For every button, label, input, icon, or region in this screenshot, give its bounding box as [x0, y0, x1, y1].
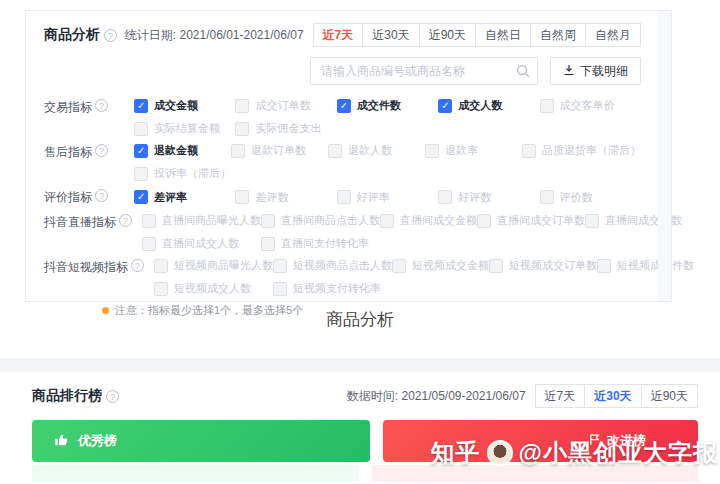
metric-checkbox-成交人数[interactable]: 成交人数: [438, 98, 539, 113]
range-button-近7天[interactable]: 近7天: [535, 384, 586, 408]
metric-label: 短视频成交订单数: [509, 258, 597, 273]
checked-checkbox-icon: [134, 99, 148, 113]
metric-checkbox-短视频商品点击人数[interactable]: 短视频商品点击人数: [273, 258, 392, 273]
metric-label: 短视频成交金额: [412, 258, 489, 273]
panel-title: 商品分析: [44, 26, 100, 44]
metric-checkbox-退款订单数[interactable]: 退款订单数: [231, 143, 328, 158]
metric-label: 直播间商品点击人数: [281, 213, 380, 228]
unchecked-checkbox-icon: [392, 259, 406, 273]
metric-label: 退款率: [445, 143, 478, 158]
metric-label: 短视频商品曝光人数: [174, 258, 273, 273]
data-time: 数据时间: 2021/05/09-2021/06/07: [347, 388, 526, 405]
panel-header-right: 统计日期: 2021/06/01-2021/06/07 近7天近30天近90天自…: [125, 23, 641, 47]
unchecked-checkbox-icon: [154, 282, 168, 296]
metric-checkbox-直播间成交订单数[interactable]: 直播间成交订单数: [477, 213, 585, 228]
metric-label: 差评数: [255, 190, 288, 205]
metric-checkbox-短视频成交件数[interactable]: 短视频成交件数: [597, 258, 694, 273]
metric-checkbox-直播间商品点击人数[interactable]: 直播间商品点击人数: [261, 213, 380, 228]
metric-label: 短视频支付转化率: [293, 281, 381, 296]
range-button-自然日[interactable]: 自然日: [475, 23, 531, 47]
metric-checkbox-差评率[interactable]: 差评率: [134, 190, 235, 205]
info-icon[interactable]: [106, 390, 119, 403]
info-icon[interactable]: [131, 259, 144, 272]
metric-checkbox-短视频支付转化率[interactable]: 短视频支付转化率: [273, 281, 392, 296]
metric-checkbox-短视频成交人数[interactable]: 短视频成交人数: [154, 281, 273, 296]
info-icon[interactable]: [119, 214, 132, 227]
metric-label: 直播间支付转化率: [281, 236, 369, 251]
download-details-button[interactable]: 下载明细: [550, 57, 641, 85]
info-icon[interactable]: [95, 189, 108, 202]
metric-checkbox-退款金额[interactable]: 退款金额: [134, 143, 231, 158]
metric-label: 短视频商品点击人数: [293, 258, 392, 273]
metric-checkbox-直播间成交金额[interactable]: 直播间成交金额: [380, 213, 477, 228]
thumbs-up-icon: [54, 432, 70, 451]
range-button-近7天[interactable]: 近7天: [313, 23, 364, 47]
unchecked-checkbox-icon: [522, 144, 536, 158]
watermark-handle: @小黑创业大字报: [519, 437, 718, 469]
download-label: 下载明细: [580, 63, 628, 80]
data-time-value: 2021/05/09-2021/06/07: [401, 389, 525, 403]
product-search-input[interactable]: [310, 57, 538, 85]
metric-label: 成交件数: [357, 98, 401, 113]
metric-checkbox-评价数[interactable]: 评价数: [540, 190, 641, 205]
unchecked-checkbox-icon: [380, 214, 394, 228]
metric-checkbox-品质退货率（滞后）[interactable]: 品质退货率（滞后）: [522, 143, 641, 158]
page-background-band: [0, 358, 720, 372]
range-button-近30天[interactable]: 近30天: [584, 384, 641, 408]
metric-checkbox-好评数[interactable]: 好评数: [438, 190, 539, 205]
checked-checkbox-icon: [337, 99, 351, 113]
metric-label: 直播间成交订单数: [497, 213, 585, 228]
zhihu-watermark: 知乎 @小黑创业大字报: [431, 437, 718, 469]
metric-checkbox-投诉率（滞后）[interactable]: 投诉率（滞后）: [134, 166, 231, 181]
metric-checkbox-实际结算金额[interactable]: 实际结算金额: [134, 121, 235, 136]
data-time-label: 数据时间:: [347, 389, 398, 403]
unchecked-checkbox-icon: [273, 259, 287, 273]
metric-group-label: 评价指标: [44, 188, 124, 206]
info-icon[interactable]: [104, 29, 117, 42]
ranking-title: 商品排行榜: [32, 387, 102, 405]
metric-checkbox-好评率[interactable]: 好评率: [337, 190, 438, 205]
info-icon[interactable]: [95, 144, 108, 157]
metric-checkbox-成交件数[interactable]: 成交件数: [337, 98, 438, 113]
metric-checkbox-退款率[interactable]: 退款率: [425, 143, 522, 158]
unchecked-checkbox-icon: [540, 99, 554, 113]
panel-header: 商品分析 统计日期: 2021/06/01-2021/06/07 近7天近30天…: [44, 23, 641, 47]
unchecked-checkbox-icon: [489, 259, 503, 273]
metric-checkbox-差评数[interactable]: 差评数: [235, 190, 336, 205]
metric-group-label-text: 评价指标: [44, 189, 92, 206]
metric-label: 成交客单价: [560, 98, 615, 113]
range-button-自然周[interactable]: 自然周: [530, 23, 586, 47]
metric-checkbox-成交金额[interactable]: 成交金额: [134, 98, 235, 113]
metric-group-label-text: 交易指标: [44, 99, 92, 116]
metric-checkbox-成交客单价[interactable]: 成交客单价: [540, 98, 641, 113]
metric-checkbox-短视频商品曝光人数[interactable]: 短视频商品曝光人数: [154, 258, 273, 273]
scrollbar-track[interactable]: [658, 11, 671, 301]
metric-checkbox-直播间商品曝光人数[interactable]: 直播间商品曝光人数: [142, 213, 261, 228]
unchecked-checkbox-icon: [142, 237, 156, 251]
range-button-自然月[interactable]: 自然月: [585, 23, 641, 47]
metric-checkbox-短视频成交金额[interactable]: 短视频成交金额: [392, 258, 489, 273]
date-range-selector: 近7天近30天近90天: [536, 384, 698, 408]
metric-group-label-text: 抖音短视频指标: [44, 259, 128, 276]
unchecked-checkbox-icon: [597, 259, 611, 273]
metric-checkbox-短视频成交订单数[interactable]: 短视频成交订单数: [489, 258, 597, 273]
watermark-site: 知乎: [431, 437, 481, 469]
excellent-list-area: [32, 465, 359, 482]
metric-checkbox-实际佣金支出[interactable]: 实际佣金支出: [235, 121, 336, 136]
tab-excellent-ranking[interactable]: 优秀榜: [32, 420, 370, 462]
info-icon[interactable]: [95, 99, 108, 112]
checked-checkbox-icon: [134, 144, 148, 158]
unchecked-checkbox-icon: [134, 122, 148, 136]
metric-checkbox-退款人数[interactable]: 退款人数: [328, 143, 425, 158]
metric-label: 评价数: [560, 190, 593, 205]
product-analysis-panel: 商品分析 统计日期: 2021/06/01-2021/06/07 近7天近30天…: [25, 10, 672, 302]
metric-group-抖音短视频指标: 抖音短视频指标短视频商品曝光人数短视频商品点击人数短视频成交金额短视频成交订单数…: [44, 258, 641, 296]
metric-checkbox-成交订单数[interactable]: 成交订单数: [235, 98, 336, 113]
metric-checkbox-直播间成交人数[interactable]: 直播间成交人数: [142, 236, 261, 251]
range-button-近90天[interactable]: 近90天: [641, 384, 698, 408]
unchecked-checkbox-icon: [261, 237, 275, 251]
metric-groups: 交易指标成交金额成交订单数成交件数成交人数成交客单价实际结算金额实际佣金支出售后…: [44, 98, 641, 296]
metric-checkbox-直播间支付转化率[interactable]: 直播间支付转化率: [261, 236, 380, 251]
range-button-近90天[interactable]: 近90天: [419, 23, 476, 47]
range-button-近30天[interactable]: 近30天: [362, 23, 419, 47]
